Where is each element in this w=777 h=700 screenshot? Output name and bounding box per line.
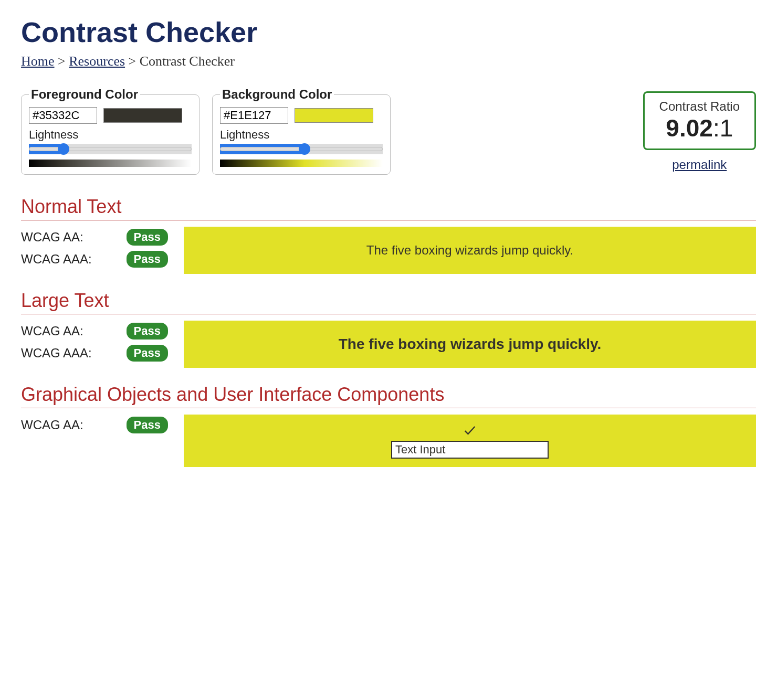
- ui-aa-label: WCAG AA:: [21, 418, 83, 432]
- contrast-ratio-label: Contrast Ratio: [659, 99, 740, 114]
- ratio-number: 9.02: [666, 114, 713, 142]
- large-aa-badge: Pass: [127, 323, 168, 340]
- background-legend: Background Color: [220, 87, 334, 102]
- background-lightness-label: Lightness: [220, 128, 383, 142]
- foreground-legend: Foreground Color: [29, 87, 140, 102]
- background-gradient: [220, 160, 383, 167]
- contrast-ratio-value: 9.02:1: [659, 114, 740, 142]
- breadcrumb-current: Contrast Checker: [140, 54, 235, 69]
- background-swatch[interactable]: [295, 108, 373, 123]
- ui-heading: Graphical Objects and User Interface Com…: [21, 384, 756, 408]
- large-aaa-label: WCAG AAA:: [21, 346, 92, 360]
- background-hex-input[interactable]: [220, 107, 288, 124]
- foreground-lightness-slider[interactable]: [29, 144, 192, 154]
- ui-aa-badge: Pass: [127, 417, 168, 433]
- normal-text-heading: Normal Text: [21, 196, 756, 220]
- permalink-link[interactable]: permalink: [643, 157, 756, 172]
- page-title: Contrast Checker: [21, 16, 756, 48]
- breadcrumb: Home > Resources > Contrast Checker: [21, 54, 756, 69]
- large-text-heading: Large Text: [21, 290, 756, 314]
- large-aaa-badge: Pass: [127, 345, 168, 362]
- foreground-gradient: [29, 160, 192, 167]
- foreground-swatch[interactable]: [103, 108, 182, 123]
- contrast-ratio-box: Contrast Ratio 9.02:1: [643, 91, 756, 150]
- normal-text-sample[interactable]: The five boxing wizards jump quickly.: [184, 227, 756, 274]
- normal-aa-label: WCAG AA:: [21, 230, 83, 245]
- background-fieldset: Background Color Lightness: [212, 87, 391, 175]
- foreground-fieldset: Foreground Color Lightness: [21, 87, 200, 175]
- sample-text-input[interactable]: [391, 441, 549, 459]
- normal-aaa-label: WCAG AAA:: [21, 252, 92, 267]
- foreground-lightness-label: Lightness: [29, 128, 192, 142]
- normal-aa-badge: Pass: [127, 229, 168, 246]
- breadcrumb-resources[interactable]: Resources: [69, 54, 125, 69]
- ratio-suffix: :1: [713, 114, 733, 142]
- normal-aaa-badge: Pass: [127, 251, 168, 268]
- breadcrumb-home[interactable]: Home: [21, 54, 55, 69]
- large-aa-label: WCAG AA:: [21, 324, 83, 338]
- ui-sample: [184, 415, 756, 467]
- foreground-hex-input[interactable]: [29, 107, 97, 124]
- large-text-sample[interactable]: The five boxing wizards jump quickly.: [184, 321, 756, 368]
- check-icon: [463, 423, 477, 438]
- background-lightness-slider[interactable]: [220, 144, 383, 154]
